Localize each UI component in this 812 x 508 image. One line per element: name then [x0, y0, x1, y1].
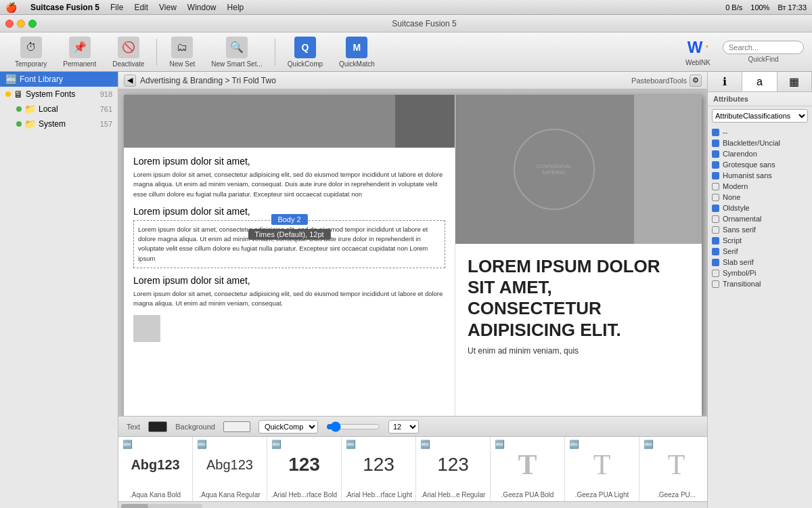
- tooltip-container: Lorem ipsum dolor sit amet, Lorem ipsum …: [133, 206, 445, 268]
- text-label: Text: [127, 423, 140, 431]
- app-name: Suitcase Fusion 5: [30, 3, 99, 12]
- permanent-button[interactable]: 📌 Permanent: [56, 34, 103, 70]
- attr-item-9[interactable]: Sans serif: [712, 224, 808, 235]
- size-select[interactable]: 12: [388, 420, 419, 433]
- scrollbar-thumb[interactable]: [121, 504, 148, 509]
- attr-item-12[interactable]: Slab serif: [712, 257, 808, 268]
- small-lorem-text: Ut enim ad minim veniam, quis: [468, 346, 690, 356]
- font-card-7[interactable]: 🔤 T .Geeza PU...: [639, 437, 707, 501]
- sidebar-item-system-fonts[interactable]: 🖥 System Fonts 918: [0, 87, 118, 102]
- gear-button[interactable]: ⚙: [690, 75, 702, 87]
- font-name-3: .Arial Heb...rface Light: [344, 490, 413, 501]
- quickcomp-button[interactable]: Q QuickComp: [281, 34, 330, 70]
- panel-tabs: ℹ a ▦: [708, 72, 812, 92]
- panel-tab-grid[interactable]: ▦: [777, 72, 812, 91]
- size-slider[interactable]: [326, 422, 380, 431]
- attr-item-13[interactable]: Symbol/Pi: [712, 268, 808, 278]
- attr-color-3: [712, 161, 719, 169]
- heading-3: Lorem ipsum dolor sit amet,: [133, 275, 445, 286]
- sidebar-item-font-library-label: Font Library: [20, 75, 63, 84]
- sidebar-item-local[interactable]: 📁 Local 761: [0, 102, 118, 117]
- panel-tab-info[interactable]: ℹ: [708, 72, 742, 91]
- times-tooltip: Times (Default), 12pt: [248, 229, 330, 240]
- sidebar-item-system[interactable]: 📁 System 157: [0, 117, 118, 131]
- bg-color-swatch[interactable]: [223, 421, 250, 432]
- attr-item-3[interactable]: Grotesque sans: [712, 159, 808, 170]
- menu-file[interactable]: File: [110, 3, 123, 12]
- menu-window[interactable]: Window: [187, 3, 217, 12]
- maximize-button[interactable]: [28, 20, 37, 28]
- webink-logo: W·: [687, 38, 709, 57]
- quickmatch-icon: M: [346, 37, 367, 58]
- minimize-button[interactable]: [17, 20, 25, 28]
- font-card-5[interactable]: 🔤 T .Geeza PUA Bold: [491, 437, 565, 501]
- attr-item-2[interactable]: Clarendon: [712, 148, 808, 159]
- attr-checkbox-14[interactable]: [712, 280, 719, 288]
- font-card-6[interactable]: 🔤 T .Geeza PUA Light: [565, 437, 639, 501]
- attr-item-1[interactable]: Blackletter/Uncial: [712, 137, 808, 148]
- toolbar: ⏱ Temporary 📌 Permanent 🚫 Deactivate 🗂 N…: [0, 33, 812, 72]
- back-button[interactable]: ◀: [124, 75, 136, 87]
- panel-dropdown[interactable]: AttributeClassifications: [712, 109, 808, 123]
- temporary-button[interactable]: ⏱ Temporary: [8, 34, 53, 70]
- attr-item-8[interactable]: Ornamental: [712, 213, 808, 224]
- newset-button[interactable]: 🗂 New Set: [162, 34, 202, 70]
- permanent-label: Permanent: [63, 60, 96, 68]
- separator-2: [275, 39, 275, 66]
- scrollbar-track[interactable]: [121, 504, 202, 509]
- newsmartset-button[interactable]: 🔍 New Smart Set...: [204, 34, 269, 70]
- sidebar-item-font-library[interactable]: 🔤 Font Library: [0, 72, 118, 87]
- attr-checkbox-8[interactable]: [712, 215, 719, 223]
- attr-item-5[interactable]: Modern: [712, 181, 808, 192]
- clock: Вт 17:33: [777, 3, 807, 12]
- font-card-icon-7: 🔤: [644, 440, 653, 449]
- quickcomp-select[interactable]: QuickComp: [258, 420, 318, 433]
- font-card-0[interactable]: 🔤 Abg123 .Aqua Kana Bold: [118, 437, 193, 501]
- attr-checkbox-13[interactable]: [712, 270, 719, 277]
- attr-color-0: [712, 129, 719, 136]
- font-card-1[interactable]: 🔤 Abg123 .Aqua Kana Regular: [193, 437, 267, 501]
- attr-label-0: --: [723, 128, 727, 136]
- attr-label-1: Blackletter/Uncial: [723, 139, 780, 147]
- attr-item-7[interactable]: Oldstyle: [712, 203, 808, 213]
- attr-item-14[interactable]: Transitional: [712, 278, 808, 289]
- attr-item-10[interactable]: Script: [712, 235, 808, 246]
- right-panel: ℹ a ▦ Attributes AttributeClassification…: [707, 72, 812, 508]
- apple-icon[interactable]: 🍎: [5, 2, 17, 13]
- font-card-2[interactable]: 🔤 123 .Arial Heb...rface Bold: [267, 437, 342, 501]
- menu-edit[interactable]: Edit: [134, 3, 148, 12]
- attr-color-12: [712, 259, 719, 266]
- font-name-5: .Geeza PUA Bold: [493, 490, 562, 501]
- quickcomp-label: QuickComp: [288, 60, 323, 68]
- local-indicator: [16, 106, 22, 112]
- body-text-3: Lorem ipsum dolor sit amet, consectetur …: [133, 289, 445, 309]
- body-text-1: Lorem ipsum dolor sit amet, consectetur …: [133, 170, 445, 199]
- attr-checkbox-6[interactable]: [712, 194, 719, 201]
- right-page-top: CONFIDENTIALMATERIAL: [455, 95, 702, 244]
- attr-item-11[interactable]: Serif: [712, 246, 808, 257]
- font-card-icon-4: 🔤: [420, 440, 430, 449]
- left-page: Lorem ipsum dolor sit amet, Lorem ipsum …: [124, 95, 455, 416]
- attr-checkbox-9[interactable]: [712, 226, 719, 234]
- quickmatch-button[interactable]: M QuickMatch: [332, 34, 382, 70]
- font-name-6: .Geeza PUA Light: [568, 490, 636, 501]
- attr-item-4[interactable]: Humanist sans: [712, 170, 808, 181]
- deactivate-button[interactable]: 🚫 Deactivate: [106, 34, 151, 70]
- watermark: CONFIDENTIALMATERIAL: [514, 129, 595, 210]
- menu-help[interactable]: Help: [227, 3, 244, 12]
- content-area: ◀ Advertising & Branding > Tri Fold Two …: [118, 72, 707, 508]
- font-card-icon-5: 🔤: [495, 440, 504, 449]
- attr-item-6[interactable]: None: [712, 192, 808, 203]
- dashed-box: Lorem ipsum dolor sit amet, consectetur …: [133, 220, 445, 268]
- panel-tab-attributes[interactable]: a: [742, 72, 777, 91]
- webink-button[interactable]: W· WebINK: [679, 35, 717, 69]
- breadcrumb-bar: ◀ Advertising & Branding > Tri Fold Two …: [118, 72, 707, 89]
- font-card-4[interactable]: 🔤 123 .Arial Heb...e Regular: [416, 437, 491, 501]
- attr-checkbox-5[interactable]: [712, 183, 719, 190]
- menu-view[interactable]: View: [159, 3, 177, 12]
- text-color-swatch[interactable]: [148, 421, 167, 432]
- quickfind-input[interactable]: [723, 41, 804, 54]
- close-button[interactable]: [5, 20, 14, 28]
- breadcrumb-text: Advertising & Branding > Tri Fold Two: [140, 76, 627, 85]
- font-card-3[interactable]: 🔤 123 .Arial Heb...rface Light: [342, 437, 416, 501]
